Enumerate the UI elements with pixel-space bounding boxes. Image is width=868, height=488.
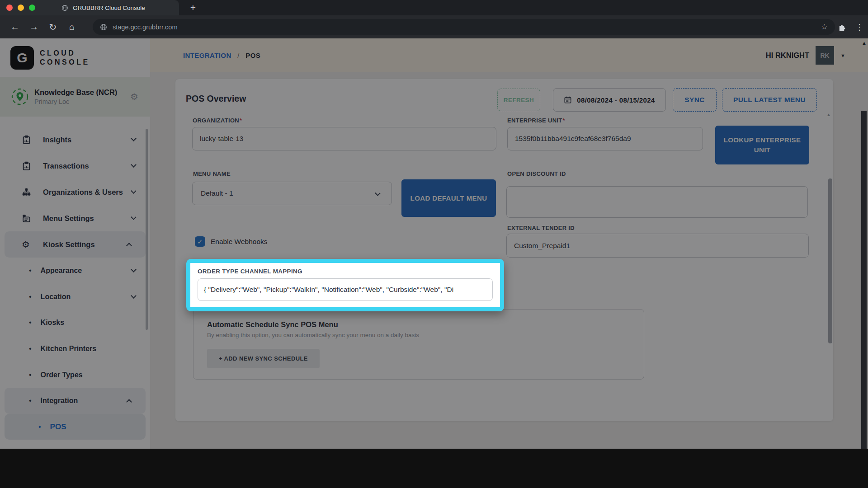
required-marker: * xyxy=(563,117,565,124)
calendar-icon xyxy=(564,96,572,104)
extensions-puzzle-icon[interactable] xyxy=(838,23,846,31)
chevron-up-icon xyxy=(126,399,132,405)
chevron-down-icon xyxy=(131,214,137,220)
sidebar-item-kitchen-printers[interactable]: • Kitchen Printers xyxy=(0,336,150,362)
date-range-picker[interactable]: 08/08/2024 - 08/15/2024 xyxy=(553,88,666,112)
page-title: POS Overview xyxy=(186,94,246,104)
address-bar[interactable]: stage.gcc.grubbrr.com ☆ xyxy=(93,19,835,35)
page-header: INTEGRATION / POS HI RKNIGHT RK ▼ xyxy=(150,38,868,72)
browser-menu-kebab-icon[interactable]: ⋮ xyxy=(855,22,863,32)
sidebar: G CLOUD CONSOLE Knowledge Base (NCR) Pr xyxy=(0,38,150,449)
home-icon[interactable]: ⌂ xyxy=(62,22,81,32)
order-type-channel-mapping-highlight: ORDER TYPE CHANNEL MAPPING xyxy=(186,259,504,311)
org-hierarchy-icon xyxy=(22,188,32,197)
sidebar-item-kiosks[interactable]: • Kiosks xyxy=(0,310,150,336)
breadcrumb-integration-link[interactable]: INTEGRATION xyxy=(183,52,231,59)
bookmark-star-icon[interactable]: ☆ xyxy=(821,22,828,32)
location-selector[interactable]: Knowledge Base (NCR) Primary Loc ⚙ xyxy=(0,77,150,117)
enable-webhooks-row[interactable]: ✓ Enable Webhooks xyxy=(195,236,268,247)
browser-tab[interactable]: GRUBBRR Cloud Console xyxy=(53,0,179,15)
pos-overview-card: POS Overview REFRESH 08/08/2024 - 08/15/… xyxy=(175,79,833,421)
chevron-down-icon xyxy=(131,267,137,272)
location-pin-icon xyxy=(11,88,29,106)
bullet-icon: • xyxy=(29,345,32,353)
url-text: stage.gcc.grubbrr.com xyxy=(113,23,821,31)
menu-name-select[interactable]: Default - 1 xyxy=(192,182,392,205)
menu-card-icon xyxy=(22,214,32,223)
new-tab-button[interactable]: + xyxy=(186,1,200,14)
location-sublabel: Primary Loc xyxy=(34,98,130,105)
screen: GRUBBRR Cloud Console + ← → ↻ ⌂ stage.gc… xyxy=(0,0,868,488)
organization-label: ORGANIZATION* xyxy=(193,117,242,124)
sidebar-item-insights[interactable]: Insights xyxy=(0,127,150,153)
user-menu[interactable]: HI RKNIGHT RK ▼ xyxy=(766,38,845,72)
window-controls xyxy=(0,0,53,15)
avatar[interactable]: RK xyxy=(816,46,834,65)
chevron-up-icon xyxy=(126,243,132,249)
insights-clipboard-chart-icon xyxy=(22,135,32,145)
reload-icon[interactable]: ↻ xyxy=(43,22,62,33)
forward-icon[interactable]: → xyxy=(24,22,43,32)
enterprise-unit-label: ENTERPRISE UNIT* xyxy=(507,117,565,124)
bullet-icon: • xyxy=(29,319,32,327)
sidebar-item-organizations-users[interactable]: Organizations & Users xyxy=(0,179,150,205)
add-new-sync-schedule-button[interactable]: + ADD NEW SYNC SCHEDULE xyxy=(207,349,320,368)
sidebar-item-menu-settings[interactable]: Menu Settings xyxy=(0,205,150,231)
checked-checkbox[interactable]: ✓ xyxy=(195,236,205,247)
app-viewport: G CLOUD CONSOLE Knowledge Base (NCR) Pr xyxy=(0,38,868,449)
sidebar-item-location[interactable]: • Location xyxy=(0,284,150,310)
page-scrollbar-thumb[interactable] xyxy=(861,111,867,449)
sidebar-item-transactions[interactable]: Transactions xyxy=(0,153,150,179)
gear-icon: ⚙ xyxy=(22,239,32,250)
browser-tab-strip: GRUBBRR Cloud Console + xyxy=(0,0,868,15)
logo-g-icon: G xyxy=(10,46,34,70)
inner-scroll-up-icon[interactable]: ▲ xyxy=(826,112,831,117)
auto-sync-description: By enabling this option, you can automat… xyxy=(207,332,630,338)
chevron-down-icon xyxy=(131,293,137,299)
location-name: Knowledge Base (NCR) xyxy=(34,88,130,97)
sidebar-item-kiosk-settings[interactable]: ⚙ Kiosk Settings xyxy=(5,231,146,258)
breadcrumb: INTEGRATION / POS xyxy=(183,52,260,59)
organization-input[interactable] xyxy=(192,127,496,150)
auto-sync-section: Automatic Schedule Sync POS Menu By enab… xyxy=(193,309,644,380)
maximize-window-button[interactable] xyxy=(29,5,35,11)
logo-text: CLOUD CONSOLE xyxy=(40,49,90,66)
sidebar-scrollbar[interactable] xyxy=(146,129,148,330)
user-caret-down-icon[interactable]: ▼ xyxy=(840,53,845,58)
bullet-icon: • xyxy=(29,371,32,379)
page-scroll-up-icon[interactable]: ▲ xyxy=(862,40,867,46)
bullet-icon: • xyxy=(29,293,32,301)
transactions-clipboard-chart-icon xyxy=(22,161,32,171)
external-tender-id-label: EXTERNAL TENDER ID xyxy=(507,225,575,231)
sidebar-item-pos[interactable]: • POS xyxy=(5,414,146,440)
required-marker: * xyxy=(240,117,242,124)
lookup-enterprise-unit-button[interactable]: LOOKUP ENTERPRISE UNIT xyxy=(715,126,809,164)
open-discount-id-input[interactable] xyxy=(506,186,808,218)
sidebar-item-integration[interactable]: • Integration xyxy=(5,388,146,414)
location-settings-gear-icon[interactable]: ⚙ xyxy=(130,91,138,102)
browser-toolbar: ← → ↻ ⌂ stage.gcc.grubbrr.com ☆ ⋮ xyxy=(0,15,868,38)
menu-name-value: Default - 1 xyxy=(201,189,233,197)
sidebar-item-order-types[interactable]: • Order Types xyxy=(0,362,150,388)
inner-scrollbar-thumb[interactable] xyxy=(828,178,832,343)
tab-title: GRUBBRR Cloud Console xyxy=(73,5,145,11)
auto-sync-title: Automatic Schedule Sync POS Menu xyxy=(207,320,630,329)
user-greeting: HI RKNIGHT xyxy=(766,51,809,60)
back-icon[interactable]: ← xyxy=(5,22,24,32)
close-window-button[interactable] xyxy=(6,5,13,11)
refresh-button[interactable]: REFRESH xyxy=(497,89,540,111)
chevron-down-icon xyxy=(131,162,137,168)
bottom-black-bar xyxy=(0,449,868,488)
menu-name-label: MENU NAME xyxy=(193,170,231,177)
load-default-menu-button[interactable]: LOAD DEFAULT MENU xyxy=(401,179,496,217)
app-logo[interactable]: G CLOUD CONSOLE xyxy=(0,38,150,77)
sync-button[interactable]: SYNC xyxy=(673,88,717,112)
pull-latest-menu-button[interactable]: PULL LATEST MENU xyxy=(722,88,817,112)
external-tender-id-input[interactable] xyxy=(506,234,809,258)
sidebar-item-appearance[interactable]: • Appearance xyxy=(0,258,150,284)
date-range-text: 08/08/2024 - 08/15/2024 xyxy=(577,96,655,104)
enterprise-unit-input[interactable] xyxy=(507,127,703,150)
tab-favicon-globe-icon xyxy=(61,5,68,11)
order-type-channel-mapping-input[interactable] xyxy=(198,278,493,301)
minimize-window-button[interactable] xyxy=(18,5,24,11)
